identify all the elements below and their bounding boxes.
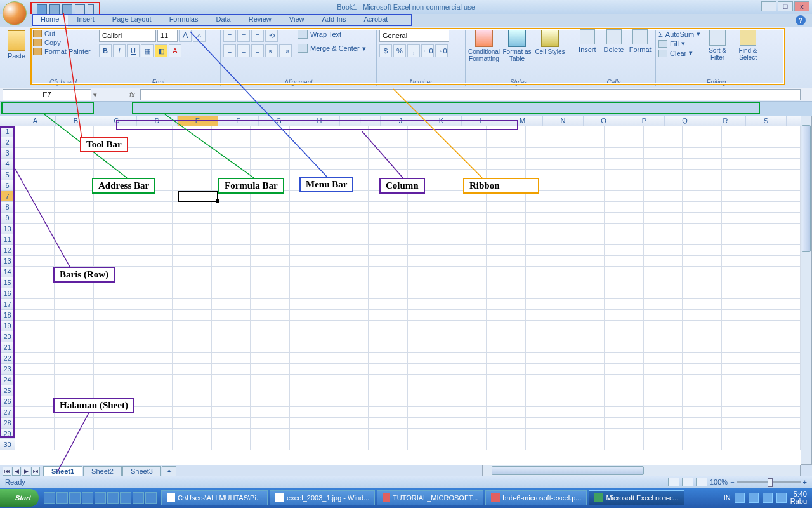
taskbar-item-active[interactable]: Microsoft Excel non-c... (589, 490, 684, 505)
row-header[interactable]: 24 (0, 375, 15, 385)
col-header[interactable]: D (137, 116, 178, 126)
percent-button[interactable]: % (393, 44, 406, 57)
ql-icon[interactable] (82, 492, 93, 504)
grow-font-button[interactable]: A (179, 29, 192, 42)
fill-button[interactable]: Fill ▾ (658, 39, 700, 48)
col-header[interactable]: R (705, 116, 746, 126)
underline-button[interactable]: U (127, 44, 140, 57)
row-header[interactable]: 27 (0, 407, 15, 418)
select-all-corner[interactable] (0, 116, 15, 126)
align-bottom-button[interactable]: ≡ (251, 29, 264, 42)
name-box[interactable]: E7 (3, 89, 91, 100)
delete-cells-button[interactable]: Delete (601, 29, 627, 53)
row-header[interactable]: 28 (0, 418, 15, 429)
start-button[interactable]: Start (0, 489, 39, 507)
col-header[interactable]: S (746, 116, 787, 126)
col-header[interactable]: B (56, 116, 96, 126)
font-size-select[interactable]: 11 (157, 29, 178, 42)
italic-button[interactable]: I (113, 44, 126, 57)
row-header[interactable]: 4 (0, 159, 15, 170)
format-painter-button[interactable]: Format Painter (33, 47, 93, 56)
font-name-select[interactable]: Calibri (99, 29, 156, 42)
align-center-button[interactable]: ≡ (237, 44, 250, 57)
row-header[interactable]: 17 (0, 299, 15, 310)
tab-review[interactable]: Review (240, 14, 280, 27)
bold-button[interactable]: B (99, 44, 112, 57)
taskbar-item[interactable]: C:\Users\ALI MUHTAS\Pi... (161, 490, 268, 505)
cells-area[interactable] (15, 126, 801, 465)
align-left-button[interactable]: ≡ (223, 44, 236, 57)
sort-filter-button[interactable]: Sort & Filter (704, 29, 731, 61)
vertical-scrollbar[interactable] (801, 116, 812, 465)
row-header[interactable]: 3 (0, 148, 15, 159)
tray-icon[interactable] (735, 493, 745, 503)
row-header[interactable]: 16 (0, 288, 15, 299)
tray-icon[interactable] (749, 493, 759, 503)
row-header[interactable]: 9 (0, 213, 15, 224)
tab-insert[interactable]: Insert (68, 14, 103, 27)
clear-button[interactable]: Clear ▾ (658, 48, 700, 58)
format-as-table-button[interactable]: Format as Table (501, 29, 533, 62)
taskbar-item[interactable]: bab-6-microsoft-excel.p... (485, 490, 587, 505)
col-header[interactable]: I (340, 116, 381, 126)
col-header[interactable]: L (462, 116, 502, 126)
fill-color-button[interactable]: ◧ (155, 44, 167, 57)
zoom-out-button[interactable]: − (730, 478, 734, 486)
align-top-button[interactable]: ≡ (223, 29, 236, 42)
sheet-tab-2[interactable]: Sheet2 (83, 466, 122, 476)
ql-icon[interactable] (107, 492, 119, 504)
cell-styles-button[interactable]: Cell Styles (534, 29, 566, 62)
row-header[interactable]: 30 (0, 439, 15, 450)
save-icon[interactable] (37, 4, 47, 15)
wrap-text-button[interactable]: Wrap Text (297, 29, 367, 39)
increase-decimal-button[interactable]: ←0 (421, 44, 434, 57)
row-header[interactable]: 7 (0, 191, 15, 202)
align-middle-button[interactable]: ≡ (237, 29, 250, 42)
increase-indent-button[interactable]: ⇥ (279, 44, 292, 57)
paste-button[interactable]: Paste (5, 29, 28, 71)
ql-icon[interactable] (69, 492, 81, 504)
row-header[interactable]: 26 (0, 396, 15, 407)
sheet-nav-first[interactable]: ⏮ (3, 467, 11, 476)
col-header[interactable]: G (259, 116, 299, 126)
col-header[interactable]: C (96, 116, 137, 126)
col-header[interactable]: O (584, 116, 624, 126)
clock[interactable]: 5:40 Rabu (790, 491, 807, 505)
col-header-active[interactable]: E (178, 116, 218, 126)
sheet-tab-1[interactable]: Sheet1 (43, 466, 82, 476)
decrease-decimal-button[interactable]: →0 (435, 44, 448, 57)
copy-button[interactable]: Copy (33, 38, 93, 47)
comma-button[interactable]: , (407, 44, 420, 57)
col-header[interactable]: K (421, 116, 462, 126)
row-header[interactable]: 21 (0, 342, 15, 353)
row-header[interactable]: 25 (0, 385, 15, 396)
cut-button[interactable]: Cut (33, 29, 93, 38)
row-header[interactable]: 2 (0, 137, 15, 148)
shrink-font-button[interactable]: A (193, 29, 206, 42)
language-indicator[interactable]: IN (724, 494, 731, 502)
ql-icon[interactable] (56, 492, 68, 504)
hscroll-thumb[interactable] (492, 466, 644, 475)
tab-page-layout[interactable]: Page Layout (103, 14, 160, 27)
row-header[interactable]: 6 (0, 180, 15, 191)
row-header[interactable]: 5 (0, 170, 15, 180)
number-format-select[interactable]: General (379, 29, 449, 42)
insert-cells-button[interactable]: Insert (575, 29, 600, 53)
autosum-button[interactable]: Σ AutoSum ▾ (658, 29, 700, 39)
zoom-in-button[interactable]: + (803, 478, 807, 486)
redo-icon[interactable] (62, 4, 72, 15)
row-header[interactable]: 10 (0, 224, 15, 234)
conditional-formatting-button[interactable]: Conditional Formatting (468, 29, 500, 62)
row-header[interactable]: 12 (0, 245, 15, 256)
view-layout-button[interactable] (682, 478, 693, 486)
format-cells-button[interactable]: Format (627, 29, 653, 53)
row-header[interactable]: 22 (0, 353, 15, 364)
ql-icon[interactable] (133, 492, 144, 504)
col-header[interactable]: J (381, 116, 421, 126)
col-header[interactable]: F (218, 116, 259, 126)
tab-acrobat[interactable]: Acrobat (355, 14, 396, 27)
col-header[interactable]: Q (665, 116, 705, 126)
row-header[interactable]: 14 (0, 267, 15, 277)
horizontal-scrollbar[interactable] (482, 465, 801, 476)
currency-button[interactable]: $ (379, 44, 392, 57)
